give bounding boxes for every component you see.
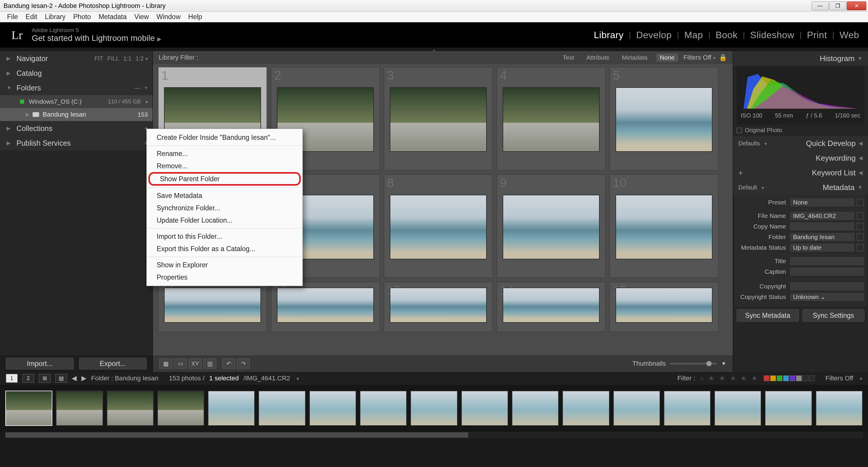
filmstrip[interactable] (0, 385, 868, 432)
grid-cell[interactable]: 11 (158, 282, 267, 332)
catalog-header[interactable]: ▶ Catalog (0, 66, 153, 80)
menu-edit[interactable]: Edit (24, 12, 39, 22)
metadata-value[interactable] (790, 268, 864, 276)
grid-cell[interactable]: 9 (497, 174, 606, 278)
chevron-down-icon[interactable] (144, 98, 148, 105)
drive-row[interactable]: Windows7_OS (C:) 110 / 455 GB (0, 95, 153, 108)
filmstrip-scrollbar[interactable] (5, 432, 863, 438)
swatch-blue[interactable] (783, 375, 789, 381)
keywording-header[interactable]: Keywording ◀ (733, 151, 868, 165)
redo-icon[interactable]: ↷ (237, 359, 250, 369)
filmstrip-thumb[interactable] (562, 391, 609, 426)
module-slideshow[interactable]: Slideshow (750, 30, 794, 40)
thumbnail[interactable] (616, 87, 713, 152)
grid-cell[interactable]: 13 (384, 282, 493, 332)
grid-icon[interactable]: ⊞ (39, 374, 51, 383)
top-panel-collapse-arrow[interactable]: ▲ (0, 47, 868, 51)
module-develop[interactable]: Develop (636, 30, 672, 40)
chevron-down-icon[interactable] (858, 374, 862, 382)
original-photo-toggle[interactable]: Original Photo (737, 127, 865, 134)
ctx-synchronize-folder[interactable]: Synchronize Folder... (147, 202, 303, 214)
secondary-display-2[interactable]: 2 (22, 374, 34, 383)
thumbnail[interactable] (616, 195, 713, 259)
rating-filter[interactable]: ★ ★ ★ ★ ★ (708, 374, 759, 382)
module-print[interactable]: Print (807, 30, 827, 40)
sync-settings-button[interactable]: Sync Settings (802, 309, 865, 322)
menu-file[interactable]: File (5, 12, 20, 22)
grid-cell[interactable]: 8 (384, 174, 493, 278)
navigator-header[interactable]: ▶ Navigator FIT FILL 1:1 1:2 (0, 51, 153, 66)
swatch-yellow[interactable] (770, 375, 776, 381)
filmstrip-thumb[interactable] (664, 391, 711, 426)
grid-cell[interactable]: 5 (610, 67, 718, 170)
menu-view[interactable]: View (132, 12, 151, 22)
ctx-save-metadata[interactable]: Save Metadata (147, 190, 303, 202)
collections-header[interactable]: ▶ Collections + (0, 121, 153, 136)
swatch-none[interactable] (802, 375, 808, 381)
filmstrip-thumb[interactable] (816, 391, 863, 426)
metadata-value[interactable]: IMG_4640.CR2 (790, 212, 855, 220)
filmstrip-thumb[interactable] (309, 391, 356, 426)
plus-icon[interactable]: + (144, 85, 148, 91)
swatch-purple[interactable] (789, 375, 796, 381)
ctx-update-folder-location[interactable]: Update Folder Location... (147, 214, 303, 227)
thumbnail[interactable] (390, 195, 487, 259)
import-button[interactable]: Import... (6, 358, 74, 369)
filmstrip-thumb[interactable] (512, 391, 559, 426)
compare-view-icon[interactable]: XY (189, 359, 202, 369)
filmstrip-thumb[interactable] (208, 391, 255, 426)
publish-header[interactable]: ▶ Publish Services + (0, 136, 153, 151)
undo-icon[interactable]: ↶ (222, 359, 235, 369)
preset-value[interactable]: None (790, 198, 855, 206)
filmstrip-thumb[interactable] (360, 391, 407, 426)
metadata-value[interactable]: Up to date (790, 243, 855, 252)
thumbnail[interactable] (503, 288, 600, 323)
filmstrip-thumb[interactable] (613, 391, 660, 426)
sync-metadata-button[interactable]: Sync Metadata (737, 309, 799, 322)
chevron-left-icon[interactable]: ◀ (72, 374, 77, 382)
secondary-display-1[interactable]: 1 (6, 374, 18, 383)
metadata-value[interactable] (790, 282, 864, 291)
metadata-value[interactable] (790, 257, 864, 265)
grid-cell[interactable]: 12 (271, 282, 380, 332)
lock-icon[interactable]: 🔒 (719, 54, 727, 61)
filmstrip-thumb[interactable] (410, 391, 457, 426)
grid-cell[interactable]: 3 (384, 67, 493, 170)
nav-1to1[interactable]: 1:1 (123, 55, 131, 62)
chevron-right-icon[interactable]: ▶ (82, 374, 86, 382)
grid-cell[interactable]: 4 (497, 67, 606, 170)
action-icon[interactable] (857, 212, 864, 220)
ctx-import-to-folder[interactable]: Import to this Folder... (147, 230, 303, 243)
filters-off[interactable]: Filters Off (826, 374, 853, 382)
action-icon[interactable] (857, 234, 864, 240)
filter-text[interactable]: Text (559, 54, 578, 62)
survey-view-icon[interactable]: ▥ (204, 359, 216, 369)
chevron-down-icon[interactable] (295, 374, 299, 382)
ctx-rename[interactable]: Rename... (147, 147, 303, 160)
minus-icon[interactable]: — (134, 85, 140, 91)
filmstrip-thumb[interactable] (258, 391, 305, 426)
thumbnail[interactable] (503, 87, 600, 152)
swatch-custom[interactable] (809, 375, 815, 381)
ctx-show-in-explorer[interactable]: Show in Explorer (147, 259, 303, 271)
module-map[interactable]: Map (684, 30, 703, 40)
plus-icon[interactable]: + (738, 168, 743, 177)
ctx-show-parent-folder[interactable]: Show Parent Folder (149, 172, 301, 186)
metadata-value[interactable]: Unknown ⌄ (790, 293, 864, 301)
filmstrip-thumb[interactable] (56, 391, 103, 426)
filmstrip-thumb[interactable] (714, 391, 761, 426)
metadata-value[interactable]: Bandung Iesan (790, 233, 855, 241)
swatch-green[interactable] (777, 375, 782, 381)
metadata-header[interactable]: Default Metadata ▼ (733, 180, 868, 195)
ctx-export-as-catalog[interactable]: Export this Folder as a Catalog... (147, 243, 303, 255)
filmstrip-thumb[interactable] (107, 391, 154, 426)
menu-photo[interactable]: Photo (71, 12, 93, 22)
swatch-grey[interactable] (796, 375, 802, 381)
thumbnail[interactable] (503, 195, 600, 259)
thumbnail[interactable] (390, 87, 487, 152)
menu-help[interactable]: Help (186, 12, 204, 22)
thumbnail[interactable] (164, 288, 261, 323)
maximize-button[interactable]: ❐ (829, 1, 846, 10)
chevron-down-icon[interactable]: ▼ (721, 361, 726, 367)
thumbnail[interactable] (390, 288, 487, 323)
